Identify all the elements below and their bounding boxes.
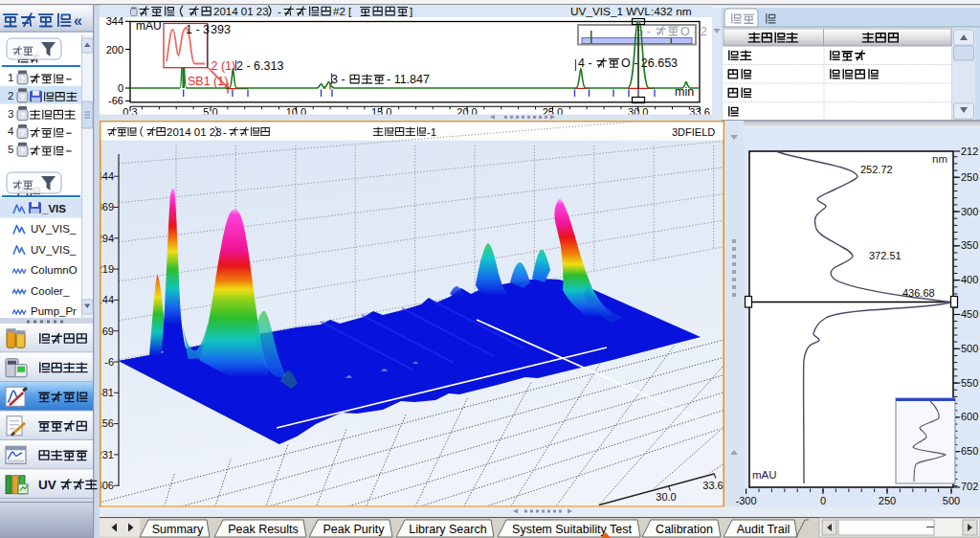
svg-text:393: 393 — [211, 23, 231, 36]
svg-text:0: 0 — [118, 82, 123, 94]
svg-text:200: 200 — [106, 44, 123, 56]
svg-text:252.72: 252.72 — [860, 164, 893, 175]
svg-text:372.51: 372.51 — [869, 250, 902, 261]
svg-text:400: 400 — [961, 274, 978, 285]
svg-text:500: 500 — [961, 343, 978, 354]
svg-text:3: 3 — [8, 108, 13, 120]
svg-text:702: 702 — [961, 481, 978, 492]
svg-text:30.0: 30.0 — [656, 491, 676, 503]
svg-text:1 - 3: 1 - 3 — [186, 23, 210, 36]
svg-text:600: 600 — [961, 411, 978, 422]
svg-text:0: 0 — [820, 495, 826, 506]
svg-text:33.6: 33.6 — [702, 480, 723, 491]
svg-text:?: ? — [20, 146, 26, 156]
svg-text:Cooler_: Cooler_ — [31, 285, 70, 297]
svg-text:UV_VIS_1 WVL:432 nm: UV_VIS_1 WVL:432 nm — [570, 5, 692, 18]
svg-text:Library Search: Library Search — [409, 523, 486, 536]
svg-text:300: 300 — [961, 206, 978, 217]
svg-text:_VIS: _VIS — [41, 203, 66, 214]
svg-text:2 (1): 2 (1) — [212, 59, 236, 73]
svg-text:3DFIELD: 3DFIELD — [672, 126, 715, 138]
svg-text:#2 [: #2 [ — [333, 6, 352, 17]
svg-text:550: 550 — [961, 377, 978, 389]
svg-text:- 11.847: - 11.847 — [387, 73, 430, 86]
svg-text:3 -: 3 - — [331, 73, 345, 86]
svg-text:-6: -6 — [104, 356, 114, 368]
svg-text:SB1 (1): SB1 (1) — [188, 75, 228, 88]
svg-text:UV: UV — [38, 478, 56, 492]
svg-text:250: 250 — [879, 495, 896, 506]
svg-text:500: 500 — [943, 495, 960, 506]
svg-text:2014 01 23: 2014 01 23 — [167, 126, 222, 138]
svg-text:212: 212 — [961, 146, 978, 157]
svg-text:450: 450 — [961, 308, 978, 320]
svg-text:-300: -300 — [736, 495, 757, 506]
svg-text:250: 250 — [961, 171, 978, 183]
svg-text:Pump_Pr: Pump_Pr — [31, 305, 77, 317]
svg-text:5: 5 — [8, 144, 13, 155]
svg-text:4 -: 4 - — [578, 56, 592, 70]
svg-text:nm: nm — [932, 153, 947, 165]
svg-text:-: - — [223, 126, 227, 138]
svg-text:344: 344 — [106, 15, 123, 27]
svg-text:2: 2 — [8, 90, 13, 101]
svg-text:?: ? — [20, 127, 26, 138]
svg-text:]: ] — [410, 6, 412, 17]
svg-text:Summary: Summary — [152, 523, 204, 536]
svg-text:2 - 6.313: 2 - 6.313 — [236, 59, 283, 73]
svg-text:«: « — [74, 12, 82, 29]
svg-text:Audit Trail: Audit Trail — [737, 523, 791, 536]
svg-text:ColumnO: ColumnO — [31, 264, 78, 276]
svg-text:O - 2: O - 2 — [680, 25, 707, 38]
svg-text:-66: -66 — [108, 95, 123, 106]
svg-text:O - 26.653: O - 26.653 — [621, 56, 678, 70]
svg-text:650: 650 — [961, 445, 978, 457]
svg-text:-: - — [278, 6, 281, 17]
svg-text:Peak Purity: Peak Purity — [323, 523, 386, 536]
svg-text:?: ? — [20, 74, 26, 84]
svg-text:mAU: mAU — [136, 19, 162, 33]
svg-text:min: min — [675, 85, 694, 99]
svg-text:UV_VIS_: UV_VIS_ — [31, 223, 77, 235]
svg-text:?: ? — [20, 92, 26, 102]
svg-text:System Suitability Test: System Suitability Test — [512, 523, 632, 536]
svg-text:-1: -1 — [427, 126, 436, 138]
svg-text:436.68: 436.68 — [902, 287, 935, 299]
svg-text:?: ? — [20, 110, 26, 121]
svg-text:69: 69 — [102, 325, 114, 337]
svg-text:4: 4 — [8, 125, 14, 137]
svg-text:Peak Results: Peak Results — [228, 523, 299, 536]
svg-text:UV_VIS_: UV_VIS_ — [31, 244, 77, 256]
svg-text:350: 350 — [961, 239, 978, 251]
svg-text:Calibration: Calibration — [656, 523, 713, 536]
svg-text:1: 1 — [8, 72, 13, 83]
svg-text:mAU: mAU — [752, 469, 777, 481]
svg-text:2014 01 23: 2014 01 23 — [213, 6, 269, 17]
